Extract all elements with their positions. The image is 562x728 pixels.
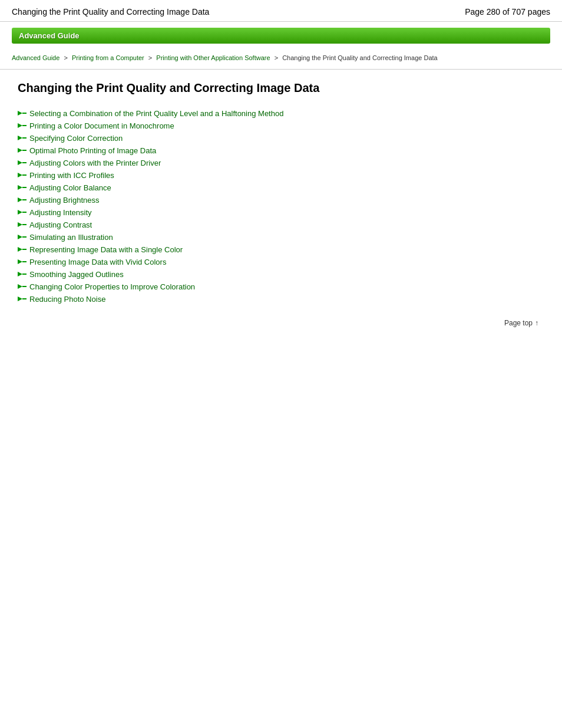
svg-marker-24 bbox=[18, 259, 22, 264]
svg-rect-5 bbox=[22, 137, 27, 139]
svg-rect-31 bbox=[22, 298, 27, 299]
svg-marker-10 bbox=[18, 173, 22, 177]
svg-rect-9 bbox=[22, 162, 27, 163]
arrow-icon bbox=[18, 295, 27, 302]
arrow-icon bbox=[18, 159, 27, 166]
link-adjusting-brightness[interactable]: Adjusting Brightness bbox=[29, 196, 100, 205]
list-item: Adjusting Contrast bbox=[18, 220, 550, 229]
svg-rect-11 bbox=[22, 174, 27, 176]
list-item: Presenting Image Data with Vivid Colors bbox=[18, 258, 550, 266]
arrow-icon bbox=[18, 122, 27, 129]
breadcrumb-separator-1: > bbox=[64, 54, 67, 61]
advanced-guide-banner: Advanced Guide bbox=[12, 28, 550, 44]
svg-marker-4 bbox=[18, 136, 22, 140]
arrow-icon bbox=[18, 233, 27, 241]
svg-rect-23 bbox=[22, 249, 27, 250]
list-item: Reducing Photo Noise bbox=[18, 295, 550, 304]
list-item: Adjusting Color Balance bbox=[18, 183, 550, 192]
arrow-icon bbox=[18, 134, 27, 141]
page-header: Changing the Print Quality and Correctin… bbox=[0, 0, 562, 22]
svg-rect-1 bbox=[22, 113, 27, 114]
breadcrumb-separator-3: > bbox=[275, 54, 278, 61]
link-simulating-illustration[interactable]: Simulating an Illustration bbox=[29, 233, 113, 242]
page-top-container: Page top ↑ bbox=[18, 307, 550, 327]
list-item: Adjusting Brightness bbox=[18, 196, 550, 205]
link-adjusting-colors-printer-driver[interactable]: Adjusting Colors with the Printer Driver bbox=[29, 159, 161, 167]
svg-rect-21 bbox=[22, 236, 27, 238]
advanced-guide-banner-text: Advanced Guide bbox=[19, 31, 80, 40]
link-reducing-photo-noise[interactable]: Reducing Photo Noise bbox=[29, 295, 105, 304]
svg-rect-3 bbox=[22, 125, 27, 126]
svg-rect-17 bbox=[22, 212, 27, 213]
svg-marker-0 bbox=[18, 111, 22, 116]
link-list: Selecting a Combination of the Print Qua… bbox=[18, 109, 550, 304]
list-item: Specifying Color Correction bbox=[18, 134, 550, 143]
arrow-icon bbox=[18, 184, 27, 191]
svg-marker-26 bbox=[18, 272, 22, 276]
breadcrumb-current: Changing the Print Quality and Correctin… bbox=[282, 54, 438, 61]
arrow-icon bbox=[18, 271, 27, 278]
list-item: Adjusting Colors with the Printer Driver bbox=[18, 159, 550, 167]
list-item: Adjusting Intensity bbox=[18, 208, 550, 217]
link-optimal-photo-printing[interactable]: Optimal Photo Printing of Image Data bbox=[29, 146, 156, 155]
breadcrumb-link-printing-from-computer[interactable]: Printing from a Computer bbox=[72, 54, 144, 61]
svg-marker-12 bbox=[18, 185, 22, 190]
page-header-title: Changing the Print Quality and Correctin… bbox=[12, 7, 209, 17]
arrow-icon bbox=[18, 110, 27, 117]
svg-marker-28 bbox=[18, 284, 22, 289]
link-printing-color-monochrome[interactable]: Printing a Color Document in Monochrome bbox=[29, 121, 174, 130]
svg-rect-15 bbox=[22, 199, 27, 200]
page-top-arrow-icon: ↑ bbox=[535, 319, 538, 327]
page-title: Changing the Print Quality and Correctin… bbox=[18, 81, 550, 97]
link-representing-single-color[interactable]: Representing Image Data with a Single Co… bbox=[29, 245, 183, 254]
link-specifying-color-correction[interactable]: Specifying Color Correction bbox=[29, 134, 123, 143]
svg-marker-14 bbox=[18, 197, 22, 202]
list-item: Representing Image Data with a Single Co… bbox=[18, 245, 550, 254]
link-changing-color-properties[interactable]: Changing Color Properties to Improve Col… bbox=[29, 282, 195, 291]
link-adjusting-intensity[interactable]: Adjusting Intensity bbox=[29, 208, 92, 217]
arrow-icon bbox=[18, 221, 27, 228]
arrow-icon bbox=[18, 283, 27, 290]
svg-marker-30 bbox=[18, 297, 22, 301]
svg-marker-18 bbox=[18, 222, 22, 227]
svg-marker-16 bbox=[18, 210, 22, 215]
link-adjusting-contrast[interactable]: Adjusting Contrast bbox=[29, 220, 92, 229]
link-presenting-vivid-colors[interactable]: Presenting Image Data with Vivid Colors bbox=[29, 258, 166, 266]
list-item: Changing Color Properties to Improve Col… bbox=[18, 282, 550, 291]
svg-rect-7 bbox=[22, 150, 27, 151]
svg-rect-29 bbox=[22, 286, 27, 287]
breadcrumb: Advanced Guide > Printing from a Compute… bbox=[0, 50, 562, 70]
page-top-link[interactable]: Page top ↑ bbox=[504, 319, 538, 327]
link-adjusting-color-balance[interactable]: Adjusting Color Balance bbox=[29, 183, 111, 192]
list-item: Smoothing Jagged Outlines bbox=[18, 270, 550, 279]
arrow-icon bbox=[18, 196, 27, 203]
svg-marker-20 bbox=[18, 235, 22, 239]
list-item: Simulating an Illustration bbox=[18, 233, 550, 242]
arrow-icon bbox=[18, 209, 27, 216]
list-item: Optimal Photo Printing of Image Data bbox=[18, 146, 550, 155]
link-smoothing-jagged-outlines[interactable]: Smoothing Jagged Outlines bbox=[29, 270, 124, 279]
list-item: Printing a Color Document in Monochrome bbox=[18, 121, 550, 130]
svg-rect-19 bbox=[22, 224, 27, 225]
arrow-icon bbox=[18, 258, 27, 265]
arrow-icon bbox=[18, 147, 27, 154]
list-item: Printing with ICC Profiles bbox=[18, 171, 550, 180]
svg-marker-2 bbox=[18, 123, 22, 128]
main-content: Changing the Print Quality and Correctin… bbox=[0, 70, 562, 339]
breadcrumb-link-printing-other-software[interactable]: Printing with Other Application Software bbox=[156, 54, 270, 61]
svg-marker-6 bbox=[18, 148, 22, 153]
page-pagination: Page 280 of 707 pages bbox=[465, 7, 550, 17]
breadcrumb-link-advanced-guide[interactable]: Advanced Guide bbox=[12, 54, 59, 61]
svg-marker-8 bbox=[18, 160, 22, 165]
arrow-icon bbox=[18, 246, 27, 253]
svg-rect-13 bbox=[22, 187, 27, 188]
breadcrumb-separator-2: > bbox=[148, 54, 152, 61]
link-selecting-combination[interactable]: Selecting a Combination of the Print Qua… bbox=[29, 109, 283, 118]
svg-marker-22 bbox=[18, 247, 22, 252]
arrow-icon bbox=[18, 172, 27, 179]
page-top-label: Page top bbox=[504, 319, 533, 327]
svg-rect-25 bbox=[22, 261, 27, 262]
svg-rect-27 bbox=[22, 274, 27, 275]
link-printing-icc-profiles[interactable]: Printing with ICC Profiles bbox=[29, 171, 114, 180]
list-item: Selecting a Combination of the Print Qua… bbox=[18, 109, 550, 118]
